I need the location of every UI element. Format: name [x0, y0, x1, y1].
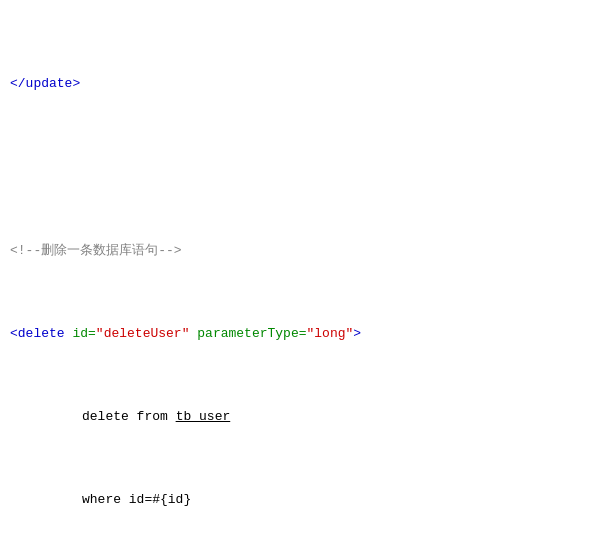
- line-empty-1: [10, 158, 585, 179]
- line-delete-sql-2: where id=#{id}: [10, 490, 585, 511]
- comment-delete: <!--删除一条数据库语句-->: [10, 243, 182, 258]
- line-delete-open: <delete id="deleteUser" parameterType="l…: [10, 324, 585, 345]
- line-comment-delete: <!--删除一条数据库语句-->: [10, 241, 585, 262]
- delete-paramtype-value: "long": [307, 326, 354, 341]
- update-close-tag: </update>: [10, 76, 80, 91]
- code-editor: </update> <!--删除一条数据库语句--> <delete id="d…: [0, 8, 595, 547]
- delete-tag-name: delete: [18, 326, 65, 341]
- delete-id-attr: id=: [72, 326, 95, 341]
- delete-id-value: "deleteUser": [96, 326, 190, 341]
- delete-sql-1: delete from tb_user: [82, 409, 230, 424]
- delete-open-bracket: <: [10, 326, 18, 341]
- delete-paramtype-attr: parameterType=: [197, 326, 306, 341]
- line-delete-sql-1: delete from tb_user: [10, 407, 585, 428]
- line-update-close: </update>: [10, 74, 585, 95]
- delete-sql-2: where id=#{id}: [82, 492, 191, 507]
